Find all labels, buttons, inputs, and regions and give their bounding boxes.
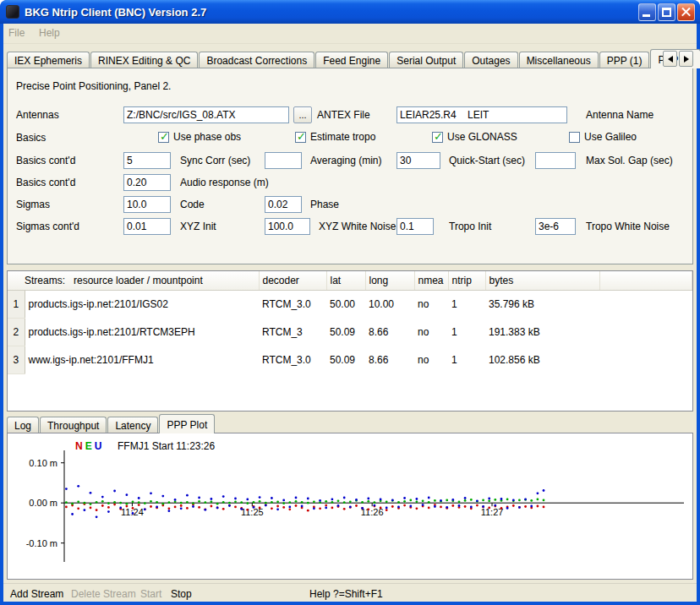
header-mountpoint[interactable]: Streams: resource loader / mountpoint: [8, 271, 259, 290]
use-phase-obs-label: Use phase obs: [173, 131, 241, 143]
sigma-phase-input[interactable]: [265, 196, 302, 213]
sigma-code-input[interactable]: [123, 196, 171, 213]
streams-table: Streams: resource loader / mountpoint de…: [7, 270, 693, 412]
cell-ntrip: 1: [448, 318, 485, 346]
tropo-white-noise-input[interactable]: [535, 218, 576, 235]
svg-text:-0.10 m: -0.10 m: [26, 538, 57, 548]
cell-bytes: 102.856 kB: [485, 346, 599, 373]
header-long[interactable]: long: [365, 271, 414, 290]
checkbox-box: [569, 132, 580, 143]
close-button[interactable]: [677, 3, 695, 21]
tropo-init-input[interactable]: [396, 218, 434, 235]
antex-file-input[interactable]: [123, 106, 289, 123]
xyz-white-noise-input[interactable]: [265, 218, 310, 235]
use-glonass-label: Use GLONASS: [447, 131, 517, 143]
cell-mountpoint: products.igs-ip.net:2101/RTCM3EPH: [25, 318, 259, 346]
xyz-init-label: XYZ Init: [180, 221, 216, 233]
tab-ppp-plot[interactable]: PPP Plot: [159, 414, 215, 433]
panel-heading: Precise Point Positioning, Panel 2.: [16, 80, 171, 93]
sigmas-contd-label: Sigmas cont'd: [16, 221, 79, 233]
audio-response-input[interactable]: [123, 174, 171, 191]
streams-header-row: Streams: resource loader / mountpoint de…: [8, 271, 692, 290]
antex-browse-button[interactable]: ...: [293, 106, 312, 123]
use-phase-obs-checkbox[interactable]: ✓ Use phase obs: [158, 130, 241, 144]
check-icon: ✓: [160, 130, 169, 143]
header-nmea[interactable]: nmea: [414, 271, 448, 290]
averaging-input[interactable]: [265, 152, 302, 169]
header-decoder[interactable]: decoder: [259, 271, 326, 290]
tab-latency[interactable]: Latency: [107, 417, 158, 433]
xyz-init-input[interactable]: [123, 218, 171, 235]
cell-decoder: RTCM_3.0: [259, 290, 326, 318]
tab-ppp-1[interactable]: PPP (1): [599, 52, 650, 68]
cell-decoder: RTCM_3: [259, 318, 326, 346]
cell-ntrip: 1: [448, 290, 485, 318]
ppp-plot-svg: 0.10 m0.00 m-0.10 m11:2411:2511:2611:27: [8, 433, 692, 579]
menu-bar: File Help: [3, 24, 697, 44]
audio-response-label: Audio response (m): [180, 177, 269, 189]
tab-iex-ephemeris[interactable]: IEX Ephemeris: [7, 52, 90, 68]
cell-long: 10.00: [365, 290, 414, 318]
stop-button[interactable]: Stop: [171, 588, 192, 600]
start-button[interactable]: Start: [140, 588, 161, 600]
use-glonass-checkbox[interactable]: ✓ Use GLONASS: [432, 130, 517, 144]
minimize-button[interactable]: [638, 3, 656, 21]
delete-stream-button[interactable]: Delete Stream: [71, 588, 136, 600]
ppp2-panel: Precise Point Positioning, Panel 2. Ante…: [7, 68, 693, 264]
help-hint: Help ?=Shift+F1: [309, 588, 383, 600]
window-content: File Help IEX Ephemeris RINEX Editing & …: [3, 24, 697, 602]
estimate-tropo-label: Estimate tropo: [310, 131, 375, 143]
scroll-right-icon: [684, 56, 689, 63]
main-tab-bar: IEX Ephemeris RINEX Editing & QC Broadca…: [7, 49, 693, 68]
svg-text:0.10 m: 0.10 m: [29, 458, 57, 468]
checkbox-box: ✓: [432, 132, 443, 143]
sync-corr-input[interactable]: [123, 152, 171, 169]
sigma-phase-label: Phase: [310, 199, 339, 211]
menu-file[interactable]: File: [8, 27, 25, 39]
window-title: BKG Ntrip Client (BNC) Version 2.7: [25, 6, 638, 19]
legend-n: N: [75, 440, 83, 452]
title-bar[interactable]: BKG Ntrip Client (BNC) Version 2.7: [0, 0, 700, 24]
use-galileo-checkbox[interactable]: Use Galileo: [569, 130, 637, 144]
header-bytes[interactable]: bytes: [485, 271, 599, 290]
use-galileo-label: Use Galileo: [584, 131, 637, 143]
header-ntrip[interactable]: ntrip: [448, 271, 485, 290]
antex-file-label: ANTEX File: [317, 109, 370, 122]
tab-scroll-left-button[interactable]: [663, 51, 677, 67]
tab-miscellaneous[interactable]: Miscellaneous: [519, 52, 599, 68]
cell-mountpoint: products.igs-ip.net:2101/IGS02: [25, 290, 259, 318]
check-icon: ✓: [434, 130, 443, 143]
cell-bytes: 191.383 kB: [485, 318, 599, 346]
averaging-label: Averaging (min): [310, 155, 381, 167]
estimate-tropo-checkbox[interactable]: ✓ Estimate tropo: [295, 130, 375, 144]
bottom-tab-bar: Log Throughput Latency PPP Plot: [7, 415, 693, 433]
cell-lat: 50.09: [326, 346, 365, 373]
stream-row[interactable]: 3 www.igs-ip.net:2101/FFMJ1 RTCM_3.0 50.…: [8, 346, 692, 373]
svg-text:11:27: 11:27: [481, 507, 504, 517]
tab-log[interactable]: Log: [7, 417, 39, 433]
stream-row[interactable]: 1 products.igs-ip.net:2101/IGS02 RTCM_3.…: [8, 290, 692, 318]
max-sol-gap-input[interactable]: [535, 152, 576, 169]
bnc-window: BKG Ntrip Client (BNC) Version 2.7 File …: [0, 0, 700, 605]
basics-contd2-label: Basics cont'd: [16, 177, 75, 189]
stream-row[interactable]: 2 products.igs-ip.net:2101/RTCM3EPH RTCM…: [8, 318, 692, 346]
tab-scroll-right-button[interactable]: [679, 51, 693, 67]
menu-help[interactable]: Help: [39, 27, 60, 39]
add-stream-button[interactable]: Add Stream: [10, 588, 63, 600]
tab-rinex-editing-qc[interactable]: RINEX Editing & QC: [90, 52, 198, 68]
cell-bytes: 35.796 kB: [485, 290, 599, 318]
tab-feed-engine[interactable]: Feed Engine: [315, 52, 388, 68]
tab-serial-output[interactable]: Serial Output: [389, 52, 463, 68]
tab-outages[interactable]: Outages: [464, 52, 517, 68]
cell-long: 8.66: [365, 346, 414, 373]
cell-nmea: no: [414, 318, 448, 346]
antenna-name-label: Antenna Name: [586, 109, 654, 122]
quick-start-input[interactable]: [396, 152, 440, 169]
antenna-name-input[interactable]: [396, 106, 567, 123]
maximize-button[interactable]: [658, 3, 675, 21]
tab-broadcast-corrections[interactable]: Broadcast Corrections: [199, 52, 314, 68]
header-lat[interactable]: lat: [326, 271, 365, 290]
tab-throughput[interactable]: Throughput: [40, 417, 107, 433]
sigma-code-label: Code: [180, 199, 205, 211]
cell-decoder: RTCM_3.0: [259, 346, 326, 373]
